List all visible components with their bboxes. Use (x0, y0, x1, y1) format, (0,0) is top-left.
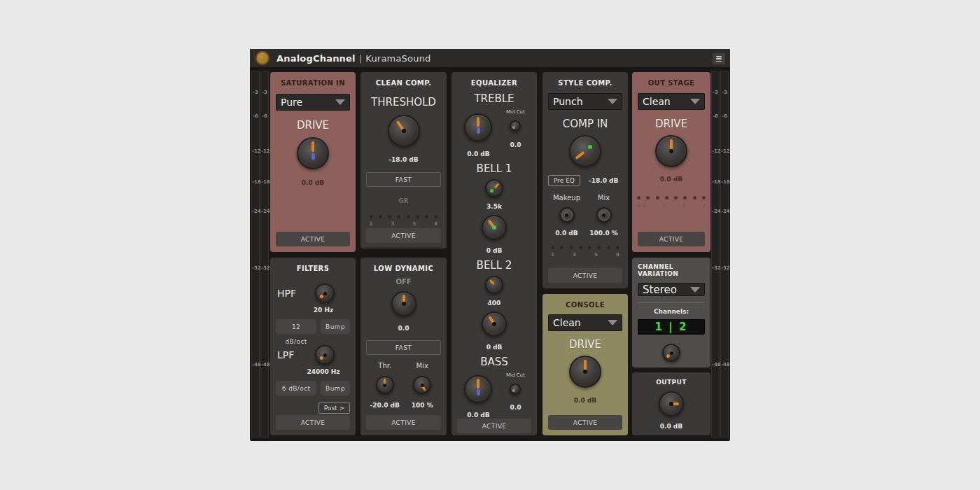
eq-treble-gain-knob[interactable] (464, 113, 492, 141)
channel-variation-dropdown[interactable]: Stereo (638, 283, 705, 296)
meter-scale-label: 5 (594, 252, 598, 258)
low-dynamic-mode-label: OFF (396, 278, 411, 286)
style-comp-makeup-knob[interactable] (559, 207, 575, 223)
panel-equalizer: EQUALIZER TREBLE 0.0 dB Mid Cut 0.0 BE (451, 72, 537, 435)
saturation-type-dropdown[interactable]: Pure (276, 94, 350, 111)
mix-label: Mix (416, 362, 428, 370)
bass-midcut-label: Mid Cut (506, 372, 525, 378)
low-dynamic-amount-value: 0.0 (398, 325, 410, 332)
style-comp-in-value: -18.0 dB (589, 177, 618, 184)
panel-title: CHANNEL VARIATION (638, 263, 705, 277)
style-comp-mix-knob[interactable] (596, 207, 612, 223)
menu-button[interactable] (713, 53, 725, 64)
style-comp-in-knob[interactable] (569, 135, 601, 167)
saturation-type-value: Pure (281, 97, 302, 108)
out-stage-active-button[interactable]: ACTIVE (638, 232, 705, 246)
console-active-button[interactable]: ACTIVE (548, 415, 622, 430)
mix-label: Mix (598, 194, 610, 202)
meter-led (397, 215, 400, 218)
meter-scale-label: -6 (721, 113, 728, 119)
filters-active-button[interactable]: ACTIVE (276, 415, 350, 430)
saturation-active-button[interactable]: ACTIVE (276, 232, 350, 246)
hpf-bump-button[interactable]: Bump (321, 319, 350, 334)
eq-bell2-gain-value: 0 dB (486, 344, 503, 351)
eq-bass-midcut-knob[interactable] (510, 384, 521, 395)
chevron-down-icon (335, 99, 345, 105)
hpf-slope-button[interactable]: 12 dB/oct (276, 319, 316, 334)
meter-led (416, 215, 419, 218)
style-comp-type-dropdown[interactable]: Punch (548, 93, 622, 110)
hpf-label: HPF (277, 288, 296, 299)
plugin-name: AnalogChannel (276, 53, 356, 64)
panel-saturation-in: SATURATION IN Pure DRIVE 0.0 dB ACTIVE (270, 72, 356, 252)
meter-led (637, 196, 640, 200)
low-dynamic-fast-button[interactable]: FAST (366, 340, 441, 355)
meter-scale-label: -32 (252, 265, 259, 271)
meter-scale-label: -12 (712, 148, 719, 154)
meter-scale-label: 3 (391, 221, 395, 227)
panel-title: OUTPUT (656, 379, 687, 386)
treble-midcut-value: 0.0 (510, 141, 521, 148)
clean-comp-active-button[interactable]: ACTIVE (366, 228, 441, 243)
eq-bass-gain-knob[interactable] (464, 375, 492, 403)
out-stage-type-dropdown[interactable]: Clean (638, 93, 705, 110)
clean-comp-fast-button[interactable]: FAST (366, 172, 441, 187)
eq-bell1-gain-knob[interactable] (482, 215, 507, 240)
lpf-freq-value: 24000 Hz (286, 368, 360, 375)
eq-bell1-freq-knob[interactable] (485, 179, 503, 197)
out-stage-drive-knob[interactable] (655, 135, 687, 167)
meter-led (607, 246, 610, 249)
output-meter-right-1: -3-6-12-18-24-32-48 (711, 71, 720, 438)
eq-bell2-gain-knob[interactable] (482, 312, 507, 337)
eq-treble-midcut-knob[interactable] (510, 120, 521, 132)
eq-bell1-freq-value: 3.5k (486, 203, 502, 210)
low-dynamic-amount-knob[interactable] (391, 291, 416, 316)
meter-scale-label: -48 (252, 362, 259, 368)
meter-led (425, 215, 428, 218)
panel-out-stage: OUT STAGE Clean DRIVE 0.0 dB 0.1127 ACTI… (632, 72, 710, 252)
meter-scale-label: -48 (261, 362, 268, 368)
console-drive-value: 0.0 dB (574, 397, 596, 404)
clean-comp-threshold-knob[interactable] (388, 115, 420, 147)
channel-variation-knob[interactable] (662, 344, 680, 362)
eq-bell2-freq-knob[interactable] (485, 276, 503, 294)
output-gain-knob[interactable] (659, 391, 684, 416)
chevron-down-icon (608, 320, 617, 326)
meter-led (579, 246, 582, 249)
meter-scale-label: -18 (721, 179, 728, 185)
post-button[interactable]: Post > (318, 402, 350, 414)
meter-scale-label: -18 (261, 179, 268, 185)
meter-led (560, 246, 564, 249)
hpf-freq-knob[interactable] (315, 284, 335, 303)
meter-scale-label: 2 (682, 203, 686, 209)
meter-scale-label: -12 (721, 148, 728, 154)
lpf-freq-knob[interactable] (315, 345, 335, 365)
lpf-bump-button[interactable]: Bump (321, 381, 350, 396)
thr-label: Thr. (378, 362, 391, 370)
panel-title: FILTERS (297, 265, 330, 272)
low-dynamic-active-button[interactable]: ACTIVE (366, 415, 441, 430)
saturation-drive-knob[interactable] (297, 137, 329, 169)
meter-scale-label: -24 (712, 209, 719, 214)
channel-variation-value: Stereo (643, 284, 677, 296)
equalizer-active-button[interactable]: ACTIVE (457, 419, 531, 433)
input-meter-left-1: -3-6-12-18-24-32-48 (251, 71, 260, 438)
output-gain-value: 0.0 dB (660, 423, 682, 430)
panel-filters: FILTERS HPF 20 Hz 12 dB/oct Bump LPF 240… (270, 258, 356, 435)
meter-scale-label: -12 (261, 148, 268, 154)
console-drive-knob[interactable] (569, 356, 601, 388)
pre-eq-button[interactable]: Pre EQ (548, 175, 580, 186)
panel-clean-comp: CLEAN COMP. THRESHOLD -18.0 dB FAST GR 1… (360, 72, 447, 248)
meter-scale-label: -24 (261, 209, 268, 214)
panel-title: EQUALIZER (471, 79, 517, 87)
low-dynamic-mix-knob[interactable] (413, 376, 431, 394)
eq-treble-gain-value: 0.0 dB (467, 150, 489, 158)
meter-led (674, 196, 678, 200)
style-comp-active-button[interactable]: ACTIVE (548, 268, 622, 283)
low-dynamic-threshold-knob[interactable] (376, 376, 394, 394)
comp-in-label: COMP IN (563, 118, 608, 130)
lpf-slope-button[interactable]: 6 dB/oct (276, 381, 316, 396)
console-type-dropdown[interactable]: Clean (548, 314, 622, 331)
meter-led (388, 215, 391, 218)
output-meter-right-2: -3-6-12-18-24-32-48 (720, 71, 729, 438)
